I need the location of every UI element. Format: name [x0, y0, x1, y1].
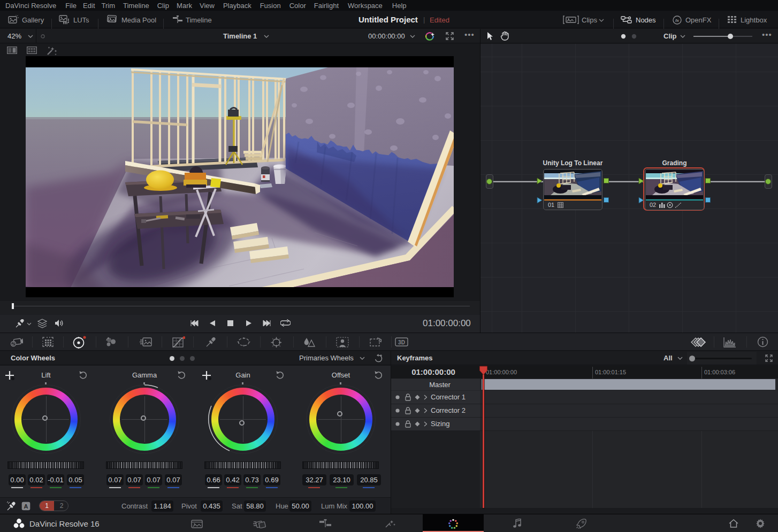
svg-text:fx: fx [675, 18, 680, 23]
svg-text:3D: 3D [398, 340, 405, 345]
svg-text:A: A [24, 503, 28, 510]
